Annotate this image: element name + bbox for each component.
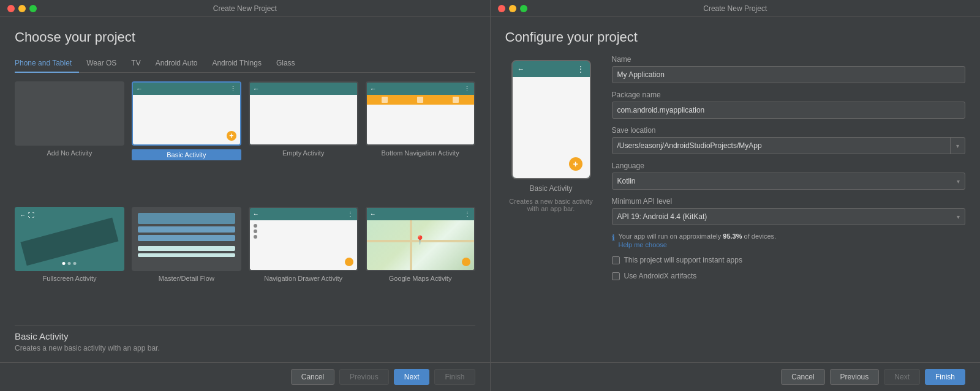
min-api-label: Minimum API level <box>612 197 966 206</box>
empty-activity-thumb: ← <box>249 81 358 146</box>
empty-activity-label: Empty Activity <box>282 149 324 157</box>
tab-phone-tablet[interactable]: Phone and Tablet <box>15 55 79 72</box>
save-location-label: Save location <box>612 126 966 135</box>
nd-circle-2 <box>254 229 257 233</box>
save-location-input[interactable] <box>612 138 951 153</box>
nav-item-2 <box>417 97 423 103</box>
right-previous-button[interactable]: Previous <box>830 369 880 385</box>
activity-card-no-activity[interactable]: Add No Activity <box>15 81 124 199</box>
right-minimize-button[interactable] <box>509 5 516 12</box>
config-phone-preview: ← ⋮ + <box>511 60 591 179</box>
bottom-nav-topbar: ← ⋮ <box>367 83 474 95</box>
master-detail-label: Master/Detail Flow <box>159 275 214 282</box>
right-titlebar: Create New Project <box>491 0 981 17</box>
tab-android-things[interactable]: Android Things <box>205 55 269 72</box>
dots-icon-2: ⋮ <box>464 85 471 93</box>
no-activity-thumb <box>15 81 124 146</box>
configure-form: Name Package name Save location ▾ <box>612 55 966 352</box>
maps-road-v <box>410 220 412 270</box>
nav-drawer-thumb: ← ⋮ <box>249 207 358 271</box>
activity-card-google-maps[interactable]: ← ⋮ 📍 Google Maps Activity <box>366 207 475 321</box>
maps-pin: 📍 <box>415 235 425 245</box>
empty-topbar: ← <box>250 83 357 95</box>
config-phone-desc: Creates a new basic activity with an app… <box>505 198 597 212</box>
fs-back-icon: ← <box>20 212 26 218</box>
left-previous-button: Previous <box>339 369 389 385</box>
androidx-checkbox-row[interactable]: Use AndroidX artifacts <box>612 272 966 280</box>
right-panel-heading: Configure your project <box>505 29 966 45</box>
name-group: Name <box>612 55 966 83</box>
bottom-nav-phone-mock: ← ⋮ <box>367 83 474 144</box>
md-item-detail <box>138 246 235 251</box>
activity-card-empty[interactable]: ← Empty Activity <box>249 81 358 199</box>
min-api-select[interactable]: API 19: Android 4.4 (KitKat) ▾ <box>612 208 966 225</box>
no-activity-label: Add No Activity <box>47 149 92 157</box>
tab-wear-os[interactable]: Wear OS <box>79 55 124 72</box>
dots-icon: ⋮ <box>230 85 237 93</box>
androidx-checkbox[interactable] <box>612 272 620 280</box>
maps-dots: ⋮ <box>464 210 471 217</box>
master-detail-thumb <box>132 207 241 271</box>
fs-line <box>20 217 118 266</box>
activity-card-basic[interactable]: ← ⋮ + Basic Activity <box>132 81 241 199</box>
config-preview: ← ⋮ + Basic Activity Creates a new basic… <box>505 55 597 352</box>
save-location-field: ▾ <box>612 137 966 154</box>
selected-activity-desc: Creates a new basic activity with an app… <box>15 344 475 352</box>
package-name-label: Package name <box>612 91 966 99</box>
maps-topbar: ← ⋮ <box>367 208 474 220</box>
activity-card-master-detail[interactable]: Master/Detail Flow <box>132 207 241 321</box>
save-location-browse-button[interactable]: ▾ <box>950 138 965 154</box>
right-next-button: Next <box>884 369 920 385</box>
name-label: Name <box>612 55 966 64</box>
configure-content: ← ⋮ + Basic Activity Creates a new basic… <box>505 55 966 352</box>
basic-topbar: ← ⋮ <box>133 83 240 95</box>
md-item-detail-2 <box>138 253 235 257</box>
minimize-button[interactable] <box>18 5 26 12</box>
tab-glass[interactable]: Glass <box>269 55 303 72</box>
right-window-title: Create New Project <box>703 4 767 13</box>
language-group: Language Kotlin ▾ <box>612 162 966 190</box>
left-next-button[interactable]: Next <box>394 369 430 385</box>
left-panel-heading: Choose your project <box>15 29 475 45</box>
bottom-nav-body <box>367 95 474 144</box>
left-window-title: Create New Project <box>213 4 277 13</box>
right-finish-button[interactable]: Finish <box>925 369 965 385</box>
package-name-input[interactable] <box>612 102 966 119</box>
language-select[interactable]: Kotlin ▾ <box>612 173 966 190</box>
md-item-3 <box>138 235 235 241</box>
right-panel: Create New Project Configure your projec… <box>491 0 981 391</box>
fullscreen-label: Fullscreen Activity <box>42 275 96 282</box>
api-info-suffix: of devices. <box>742 233 777 240</box>
name-input[interactable] <box>612 66 966 83</box>
help-link[interactable]: Help me choose <box>619 241 777 248</box>
right-close-button[interactable] <box>498 5 505 12</box>
google-maps-thumb: ← ⋮ 📍 <box>366 207 475 271</box>
instant-apps-checkbox-row[interactable]: This project will support instant apps <box>612 256 966 264</box>
activity-card-nav-drawer[interactable]: ← ⋮ Navigation Drawer A <box>249 207 358 321</box>
basic-phone-body: + <box>133 95 240 144</box>
config-phone-body: + <box>513 77 590 178</box>
right-cancel-button[interactable]: Cancel <box>781 369 824 385</box>
config-fab: + <box>569 157 582 171</box>
tab-android-auto[interactable]: Android Auto <box>148 55 205 72</box>
fs-dots <box>62 262 77 265</box>
instant-apps-checkbox[interactable] <box>612 256 620 264</box>
close-button[interactable] <box>7 5 15 12</box>
maximize-button[interactable] <box>29 5 37 12</box>
empty-phone-body <box>250 95 357 144</box>
back-icon-3: ← <box>370 85 377 92</box>
right-maximize-button[interactable] <box>520 5 527 12</box>
basic-activity-label: Basic Activity <box>132 149 241 160</box>
fab-icon: + <box>227 131 236 141</box>
activity-card-fullscreen[interactable]: ← ⛶ Fullscreen Activity <box>15 207 124 321</box>
maps-back-icon: ← <box>370 210 376 217</box>
left-cancel-button[interactable]: Cancel <box>291 369 334 385</box>
api-info: ℹ Your app will run on approximately 95.… <box>612 233 966 248</box>
activity-card-bottom-nav[interactable]: ← ⋮ Bottom Navigation Activity <box>366 81 475 199</box>
package-name-group: Package name <box>612 91 966 119</box>
left-panel: Create New Project Choose your project P… <box>0 0 490 391</box>
fs-dot-2 <box>68 262 71 265</box>
selected-info: Basic Activity Creates a new basic activ… <box>15 326 475 352</box>
tab-tv[interactable]: TV <box>124 55 148 72</box>
nd-circles <box>250 220 357 242</box>
